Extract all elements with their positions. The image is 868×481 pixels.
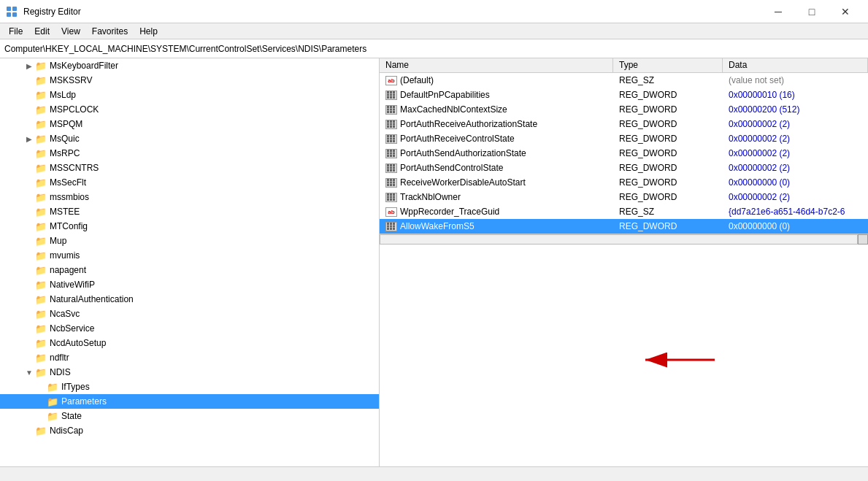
address-path[interactable]: Computer\HKEY_LOCAL_MACHINE\SYSTEM\Curre… <box>4 44 864 54</box>
tree-item[interactable]: 📁ndfltr <box>0 350 379 365</box>
table-row[interactable]: PortAuthSendAuthorizationState REG_DWORD… <box>380 146 868 161</box>
reg-type: REG_DWORD <box>613 133 723 145</box>
tree-item[interactable]: ▼📁NDIS <box>0 365 379 380</box>
table-row[interactable]: ReceiveWorkerDisableAutoStart REG_DWORD … <box>380 175 868 190</box>
tree-item[interactable]: 📁NaturalAuthentication <box>0 292 379 307</box>
tree-arrow[interactable]: ▶ <box>23 62 35 70</box>
minimize-button[interactable]: ─ <box>761 0 795 23</box>
menu-edit[interactable]: Edit <box>28 25 55 38</box>
tree-item[interactable]: 📁NcdAutoSetup <box>0 336 379 350</box>
tree-item[interactable]: 📁State <box>0 409 379 423</box>
table-row[interactable]: PortAuthReceiveControlState REG_DWORD 0x… <box>380 131 868 146</box>
table-row[interactable]: DefaultPnPCapabilities REG_DWORD 0x00000… <box>380 88 868 102</box>
folder-icon: 📁 <box>47 396 58 407</box>
tree-item[interactable]: 📁MsSecFlt <box>0 175 379 190</box>
reg-data: 0x00000010 (16) <box>723 89 868 101</box>
svg-rect-76 <box>387 223 389 225</box>
tree-item[interactable]: 📁Parameters <box>0 394 379 409</box>
svg-rect-34 <box>387 138 389 140</box>
reg-name: ab (Default) <box>380 74 613 86</box>
svg-rect-40 <box>387 150 389 152</box>
reg-name: PortAuthSendAuthorizationState <box>380 147 613 159</box>
svg-rect-79 <box>387 226 389 228</box>
svg-rect-82 <box>387 228 389 230</box>
tree-item[interactable]: 📁mssmbios <box>0 190 379 204</box>
tree-item-label: MsKeyboardFilter <box>50 61 118 71</box>
tree-item-label: NativeWifiP <box>50 280 95 290</box>
menu-view[interactable]: View <box>55 25 86 38</box>
svg-rect-3 <box>12 12 17 17</box>
reg-icon-ab: ab <box>385 207 397 217</box>
reg-name-text: MaxCachedNblContextSize <box>400 104 507 115</box>
menu-file[interactable]: File <box>3 25 28 38</box>
svg-rect-52 <box>387 167 389 169</box>
reg-name: ab WppRecorder_TraceGuid <box>380 206 613 218</box>
svg-rect-47 <box>390 155 392 157</box>
tree-item-label: MSPQM <box>50 119 82 129</box>
tree-item[interactable]: 📁MSTEE <box>0 204 379 219</box>
svg-rect-55 <box>387 169 389 172</box>
reg-name: MaxCachedNblContextSize <box>380 104 613 115</box>
tree-item[interactable]: 📁Mup <box>0 234 379 248</box>
col-header-name[interactable]: Name <box>380 58 613 72</box>
tree-item[interactable]: 📁NcbService <box>0 321 379 336</box>
table-row[interactable]: ab WppRecorder_TraceGuid REG_SZ {dd7a21e… <box>380 204 868 219</box>
table-row[interactable]: TrackNblOwner REG_DWORD 0x00000002 (2) <box>380 190 868 204</box>
reg-type: REG_DWORD <box>613 162 723 174</box>
tree-item[interactable]: 📁napagent <box>0 263 379 277</box>
table-row[interactable]: PortAuthReceiveAuthorizationState REG_DW… <box>380 117 868 131</box>
tree-item[interactable]: 📁NativeWifiP <box>0 277 379 292</box>
table-row[interactable]: AllowWakeFromS5 REG_DWORD 0x00000000 (0) <box>380 219 868 234</box>
close-button[interactable]: ✕ <box>829 0 862 23</box>
svg-rect-80 <box>390 226 392 228</box>
menu-help[interactable]: Help <box>134 25 164 38</box>
folder-icon: 📁 <box>35 119 47 130</box>
tree-item[interactable]: 📁MSSCNTRS <box>0 161 379 175</box>
reg-name: PortAuthReceiveAuthorizationState <box>380 118 613 130</box>
tree-item-label: MsQuic <box>50 134 80 144</box>
maximize-button[interactable]: □ <box>795 0 829 23</box>
svg-rect-48 <box>393 155 395 157</box>
tree-item[interactable]: 📁MTConfig <box>0 219 379 234</box>
tree-item[interactable]: 📁MSPQM <box>0 117 379 131</box>
tree-arrow[interactable]: ▼ <box>23 369 35 377</box>
table-row[interactable]: ab (Default) REG_SZ (value not set) <box>380 73 868 88</box>
tree-item[interactable]: 📁NdisCap <box>0 423 379 438</box>
tree-arrow[interactable]: ▶ <box>23 135 35 143</box>
h-scrollbar[interactable] <box>380 234 868 244</box>
tree-item[interactable]: 📁NcaSvc <box>0 307 379 321</box>
col-header-data[interactable]: Data <box>723 58 868 72</box>
reg-icon-dword <box>385 149 397 158</box>
folder-icon: 📁 <box>35 265 47 276</box>
svg-rect-12 <box>393 96 395 99</box>
reg-name-text: AllowWakeFromS5 <box>400 221 475 231</box>
tree-item[interactable]: ▶📁MsQuic <box>0 131 379 146</box>
reg-data: 0x00000200 (512) <box>723 104 868 115</box>
tree-item[interactable]: 📁MSKSSRV <box>0 73 379 88</box>
menu-favorites[interactable]: Favorites <box>86 25 134 38</box>
tree-scroll[interactable]: ▶📁MsKeyboardFilter📁MSKSSRV📁MsLdp📁MSPCLOC… <box>0 58 379 466</box>
svg-rect-32 <box>390 135 392 137</box>
svg-rect-31 <box>387 135 389 137</box>
table-row[interactable]: PortAuthSendControlState REG_DWORD 0x000… <box>380 161 868 175</box>
col-header-type[interactable]: Type <box>613 58 723 72</box>
tree-item[interactable]: ▶📁MsKeyboardFilter <box>0 58 379 73</box>
svg-rect-44 <box>390 153 392 155</box>
registry-rows[interactable]: ab (Default) REG_SZ (value not set) Defa… <box>380 73 868 466</box>
svg-rect-36 <box>393 138 395 140</box>
reg-type: REG_DWORD <box>613 191 723 203</box>
folder-icon: 📁 <box>35 323 47 334</box>
svg-rect-42 <box>393 150 395 152</box>
tree-item[interactable]: 📁mvumis <box>0 248 379 263</box>
svg-rect-58 <box>387 179 389 181</box>
tree-item[interactable]: 📁MsLdp <box>0 88 379 102</box>
reg-icon-dword <box>385 222 397 231</box>
reg-type: REG_DWORD <box>613 147 723 159</box>
tree-item[interactable]: 📁MsRPC <box>0 146 379 161</box>
svg-rect-59 <box>390 179 392 181</box>
svg-rect-73 <box>387 199 389 201</box>
reg-name-text: PortAuthReceiveControlState <box>400 134 515 144</box>
table-row[interactable]: MaxCachedNblContextSize REG_DWORD 0x0000… <box>380 102 868 117</box>
tree-item[interactable]: 📁IfTypes <box>0 380 379 394</box>
tree-item[interactable]: 📁MSPCLOCK <box>0 102 379 117</box>
